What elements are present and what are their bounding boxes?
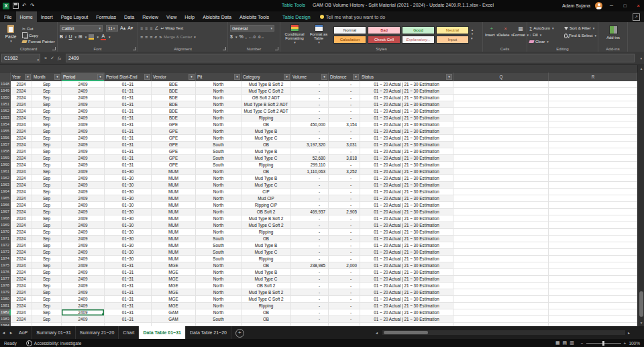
grid-cell[interactable]: 2409 (62, 289, 105, 296)
grid-cell[interactable]: - (291, 229, 329, 236)
grid-cell[interactable]: Mud Type C (241, 249, 291, 256)
grid-cell[interactable]: Sep (32, 115, 62, 121)
grid-cell[interactable]: - (291, 175, 329, 182)
gallery-arrows[interactable]: ▲ ▼ ▾ (471, 23, 474, 44)
underline-button[interactable]: U (68, 34, 72, 40)
grid-cell[interactable]: 01~30 (105, 182, 152, 189)
grid-cell[interactable]: 2409 (62, 115, 105, 121)
grid-cell[interactable]: South (196, 162, 241, 168)
grid-cell-empty[interactable] (453, 236, 549, 242)
grid-cell[interactable]: 2024 (11, 256, 32, 262)
grid-cell[interactable]: - (329, 115, 360, 121)
grid-cell[interactable]: - (291, 222, 329, 229)
grid-cell[interactable]: - (329, 162, 360, 168)
row-header-1979[interactable]: 1979 (0, 289, 11, 296)
grid-cell[interactable]: South (196, 155, 241, 162)
grid-cell[interactable]: 01~31 (105, 81, 152, 88)
align-middle-icon[interactable]: ≡ (145, 26, 148, 31)
grid-cell[interactable]: North (196, 135, 241, 142)
wrap-text-button[interactable]: ↩ Wrap Text (161, 25, 184, 32)
name-box-dropdown-icon[interactable]: ▾ (37, 56, 39, 64)
grid-cell[interactable]: 01 ~ 20 Actual | 21 ~ 30 Estimation (360, 283, 453, 289)
sheet-nav-left-icon[interactable]: ◂ (0, 326, 7, 339)
grid-cell[interactable]: Sep (32, 309, 62, 316)
sheet-tab-data-table-21-20[interactable]: Data Table 21~20 (186, 326, 231, 339)
grid-cell[interactable]: North (196, 195, 241, 202)
grid-cell[interactable]: - (291, 195, 329, 202)
grid-cell[interactable]: GPE (152, 148, 196, 155)
grid-cell[interactable]: 01~30 (105, 168, 152, 175)
grid-cell[interactable]: 2024 (11, 229, 32, 236)
row-header-1966[interactable]: 1966 (0, 202, 11, 209)
grid-cell[interactable]: North (196, 121, 241, 128)
grid-cell[interactable]: - (329, 81, 360, 88)
grid-cell-empty[interactable] (453, 276, 549, 283)
grid-cell[interactable]: 01 ~ 20 Actual | 21 ~ 30 Estimation (360, 236, 453, 242)
grid-cell[interactable]: North (196, 262, 241, 269)
format-cells-button[interactable]: ▦ Format ▾ (513, 26, 529, 44)
grid-cell[interactable]: 01 ~ 20 Actual | 21 ~ 30 Estimation (360, 162, 453, 168)
grid-cell[interactable]: North (196, 289, 241, 296)
filter-button-category[interactable]: ▾ (284, 74, 290, 80)
grid-cell-empty[interactable] (549, 155, 637, 162)
grid-cell[interactable]: - (329, 296, 360, 303)
grid-cell[interactable]: MGE (152, 303, 196, 309)
comma-format-icon[interactable]: , (246, 34, 247, 40)
grid-cell[interactable]: GPE (152, 162, 196, 168)
grid-cell[interactable]: Mud Type B Soft 2 (241, 81, 291, 88)
grid-cell-empty[interactable] (453, 283, 549, 289)
grid-cell[interactable]: North (196, 88, 241, 95)
grid-cell-empty[interactable] (453, 242, 549, 249)
grid-cell[interactable]: 2024 (11, 81, 32, 88)
row-header-1974[interactable]: 1974 (0, 256, 11, 262)
row-header-1967[interactable]: 1967 (0, 209, 11, 215)
zoom-slider[interactable] (586, 343, 621, 344)
grid-cell[interactable]: Mud Type C (241, 155, 291, 162)
grid-cell[interactable]: Mud Type C (241, 182, 291, 189)
grid-cell[interactable]: North (196, 128, 241, 135)
grid-cell[interactable]: OB (241, 316, 291, 323)
grid-cell[interactable]: 2024 (11, 222, 32, 229)
row-header-1958[interactable]: 1958 (0, 148, 11, 155)
grid-cell[interactable]: 01 ~ 20 Actual | 21 ~ 30 Estimation (360, 121, 453, 128)
grid-cell-empty[interactable] (549, 175, 637, 182)
autosum-button[interactable]: ∑AutoSum▾ (529, 26, 564, 31)
formula-bar-expand-icon[interactable]: ▾ (640, 56, 642, 60)
grid-cell[interactable]: - (329, 236, 360, 242)
grid-cell[interactable]: 469,937 (291, 209, 329, 215)
new-sheet-button[interactable]: + (235, 329, 244, 338)
row-header-1954[interactable]: 1954 (0, 121, 11, 128)
grid-cell-empty[interactable] (453, 175, 549, 182)
grid-cell[interactable]: MUM (152, 215, 196, 222)
grid-cell[interactable]: - (329, 249, 360, 256)
grid-cell-empty[interactable] (549, 242, 637, 249)
grid-cell[interactable]: 2024 (11, 242, 32, 249)
grid-cell[interactable]: - (329, 269, 360, 276)
grid-cell-empty[interactable] (453, 269, 549, 276)
grid-cell[interactable]: GPE (152, 128, 196, 135)
grid-cell[interactable]: 2024 (11, 108, 32, 115)
grid-cell[interactable]: - (291, 289, 329, 296)
grid-cell[interactable]: Sep (32, 209, 62, 215)
grid-cell[interactable]: OB Soft 2 (241, 209, 291, 215)
grid-cell-empty[interactable] (453, 121, 549, 128)
grid-cell[interactable]: 01~31 (105, 309, 152, 316)
grid-cell[interactable]: 2409 (62, 155, 105, 162)
grid-cell[interactable]: Sep (32, 242, 62, 249)
row-header-1973[interactable]: 1973 (0, 249, 11, 256)
row-header-1970[interactable]: 1970 (0, 229, 11, 236)
grid-cell[interactable]: Sep (32, 168, 62, 175)
grid-cell[interactable]: South (196, 249, 241, 256)
grid-cell[interactable]: MUM (152, 202, 196, 209)
grid-cell[interactable]: North (196, 303, 241, 309)
grid-cell[interactable]: - (291, 182, 329, 189)
grid-cell-empty[interactable] (549, 108, 637, 115)
grid-cell[interactable]: 01~31 (105, 283, 152, 289)
grid-cell[interactable]: - (329, 108, 360, 115)
grid-cell-empty[interactable] (453, 101, 549, 108)
row-header-1975[interactable]: 1975 (0, 262, 11, 269)
grid-cell[interactable]: MUM (152, 175, 196, 182)
cell-style-bad[interactable]: Bad (368, 26, 400, 34)
grid-cell[interactable]: Sep (32, 189, 62, 195)
grid-cell[interactable]: BDE (152, 108, 196, 115)
